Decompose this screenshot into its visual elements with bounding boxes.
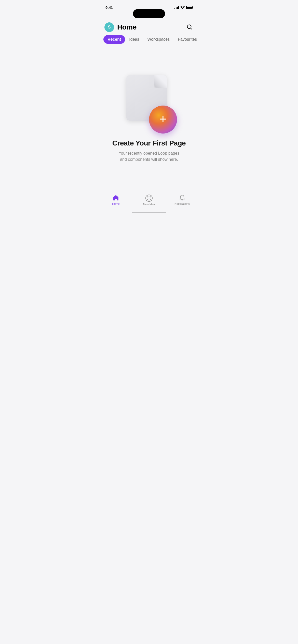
page-title: Home: [117, 23, 137, 31]
empty-state-illustration: +: [121, 75, 177, 131]
add-page-icon: +: [149, 106, 177, 134]
nav-new-idea[interactable]: New Idea: [132, 195, 166, 206]
plus-circle-icon: [145, 195, 153, 202]
search-button[interactable]: [185, 23, 194, 32]
status-icons: [174, 6, 193, 9]
tab-workspaces[interactable]: Workspaces: [143, 35, 174, 44]
nav-home[interactable]: Home: [99, 195, 132, 205]
tabs-bar: Recent Ideas Workspaces Favourites: [99, 35, 199, 44]
battery-icon: [186, 6, 193, 9]
tab-recent[interactable]: Recent: [103, 35, 125, 44]
empty-state-subtitle: Your recently opened Loop pages and comp…: [116, 150, 182, 163]
search-icon: [186, 24, 193, 30]
nav-home-label: Home: [112, 202, 119, 205]
header: S Home: [99, 20, 199, 35]
main-content: + Create Your First Page Your recently o…: [99, 46, 199, 215]
home-indicator: [132, 212, 166, 213]
bell-icon: [179, 195, 185, 201]
nav-notifications-label: Notifications: [174, 202, 190, 205]
bottom-nav: Home New Idea Notifications: [99, 192, 199, 215]
nav-new-idea-label: New Idea: [143, 203, 155, 206]
plus-symbol-icon: +: [159, 112, 167, 126]
header-left: S Home: [104, 22, 137, 32]
signal-bars-icon: [174, 6, 179, 9]
status-time: 9:41: [105, 5, 113, 10]
wifi-icon: [181, 6, 185, 9]
nav-notifications[interactable]: Notifications: [166, 195, 199, 205]
tab-favourites[interactable]: Favourites: [174, 35, 199, 44]
tab-ideas[interactable]: Ideas: [125, 35, 143, 44]
dynamic-island: [133, 9, 165, 18]
empty-state-title: Create Your First Page: [112, 139, 186, 147]
home-icon: [113, 195, 119, 201]
document-fold: [154, 75, 167, 88]
avatar[interactable]: S: [104, 22, 114, 32]
